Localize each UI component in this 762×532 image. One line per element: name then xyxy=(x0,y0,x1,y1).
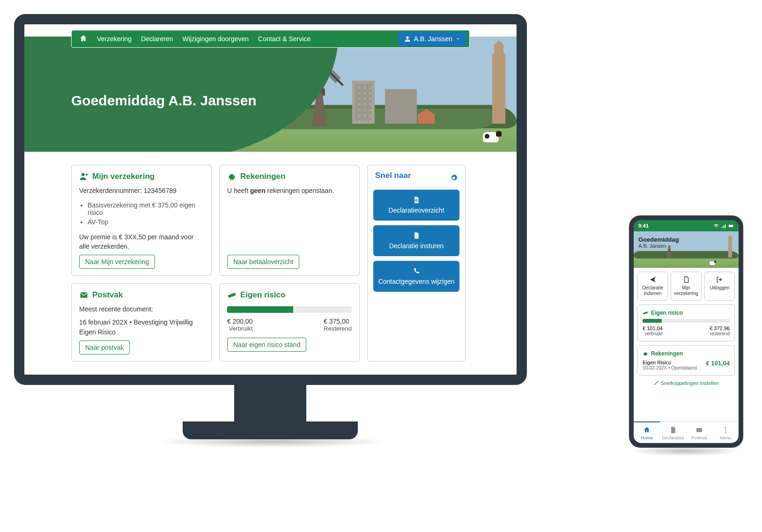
svg-rect-10 xyxy=(733,226,733,227)
verbruikt-label: Verbruikt xyxy=(227,325,253,332)
tab-menu[interactable]: Menu xyxy=(712,421,739,443)
postvak-button[interactable]: Naar postvak xyxy=(79,340,130,355)
logout-icon xyxy=(716,276,723,283)
tab-home[interactable]: Home xyxy=(634,421,660,443)
band-aid-icon xyxy=(227,290,237,300)
risico-progress-fill xyxy=(227,306,293,313)
svg-point-0 xyxy=(406,37,408,39)
premium-text: Uw premie is € 3XX,50 per maand voor all… xyxy=(79,232,204,251)
mobile-rest-lbl: resterend xyxy=(710,331,730,336)
svg-rect-13 xyxy=(644,355,645,356)
svg-point-16 xyxy=(725,427,726,429)
tab-declaraties[interactable]: Declaraties xyxy=(660,421,686,443)
mobile-rek-line2: 10-02-202X • Openstaand xyxy=(643,365,697,370)
svg-point-18 xyxy=(725,431,726,433)
card-postvak: Postvak Meest recente document: 16 febru… xyxy=(71,283,212,362)
send-icon xyxy=(649,276,657,283)
nav-item-contact[interactable]: Contact & Service xyxy=(253,31,315,46)
chevron-down-icon xyxy=(455,36,461,42)
card-eigen-risico: Eigen risico € 200,00 Verbruikt € 375,00… xyxy=(219,283,360,362)
svg-rect-8 xyxy=(228,293,236,298)
svg-rect-14 xyxy=(646,355,647,356)
mobile-card-risico: Eigen risico € 101,04 verbruikt € 372,96… xyxy=(637,304,735,341)
risico-progress xyxy=(227,306,352,313)
bullet-avtop: AV-Top xyxy=(88,218,204,226)
snel-btn-contactgegevens[interactable]: Contactgegevens wijzigen xyxy=(373,261,459,292)
mobile-risico-progress xyxy=(643,319,730,323)
mobile-tab-bar: Home Declaraties Postvak Menu xyxy=(634,421,739,443)
rekeningen-button[interactable]: Naar betaaloverzicht xyxy=(227,255,299,269)
card-verzekering: Mijn verzekering Verzekerdennummer: 1234… xyxy=(71,165,212,276)
signal-icon xyxy=(721,223,726,229)
mobile-greeting: Goedemiddag xyxy=(638,236,679,243)
nav-home[interactable] xyxy=(74,30,92,48)
bullet-basis: Basisverzekering met € 375,00 eigen risi… xyxy=(88,201,204,216)
envelope-icon xyxy=(79,290,89,300)
dashboard-grid: Mijn verzekering Verzekerdennummer: 1234… xyxy=(24,152,517,375)
mobile-phone: 9:41 Goedemiddag A.B. Jansen xyxy=(629,215,743,448)
svg-point-1 xyxy=(81,173,85,177)
snel-btn-declaratie-insturen[interactable]: Declaratie insturen xyxy=(373,225,459,256)
tile-declaratie-indienen[interactable]: Declaratie indienen xyxy=(637,272,668,301)
hero-banner: Goedemiddag A.B. Janssen xyxy=(24,37,517,152)
home-icon xyxy=(79,34,88,43)
svg-rect-4 xyxy=(232,179,234,180)
snel-title: Snel naar xyxy=(375,171,411,180)
envelope-icon xyxy=(695,426,703,434)
top-nav: Verzekering Declareren Wijzigingen doorg… xyxy=(71,30,470,48)
verzekering-button[interactable]: Naar Mijn verzekering xyxy=(79,255,155,269)
verbruikt-value: € 200,00 xyxy=(227,318,253,325)
gear-icon[interactable] xyxy=(450,174,458,182)
card-risico-title: Eigen risico xyxy=(227,290,352,300)
mobile-rest-val: € 372,96 xyxy=(710,325,730,331)
svg-rect-11 xyxy=(643,311,648,315)
nav-item-wijzigingen[interactable]: Wijzigingen doorgeven xyxy=(178,31,253,46)
card-rekeningen: Rekeningen U heeft geen rekeningen opens… xyxy=(219,165,360,276)
snel-btn-declaratieoverzicht[interactable]: Declaratieoverzicht xyxy=(373,190,459,221)
nav-item-declareren[interactable]: Declareren xyxy=(136,31,178,46)
card-postvak-title: Postvak xyxy=(79,290,204,300)
card-verzekering-title: Mijn verzekering xyxy=(79,172,204,181)
postvak-doc: 16 februari 202X • Bevestiging Vrijwilli… xyxy=(79,318,204,337)
mobile-hero: Goedemiddag A.B. Jansen xyxy=(634,231,739,268)
home-icon xyxy=(643,426,651,434)
mobile-verbruikt-val: € 101,04 xyxy=(643,325,663,331)
resterend-label: Resterend xyxy=(324,325,352,332)
svg-rect-7 xyxy=(81,292,88,298)
mobile-quick-tiles: Declaratie indienen Mijn verzekering Uit… xyxy=(634,268,739,301)
svg-point-5 xyxy=(233,176,234,177)
svg-rect-9 xyxy=(729,225,733,227)
user-plus-icon xyxy=(79,172,89,181)
mobile-card-rekeningen: Rekeningen Eigen Risico 10-02-202X • Ope… xyxy=(637,345,735,376)
band-aid-icon xyxy=(643,310,648,316)
insurance-bullets: Basisverzekering met € 375,00 eigen risi… xyxy=(88,201,204,228)
mobile-rek-line1: Eigen Risico xyxy=(643,360,697,365)
snelkoppelingen-link[interactable]: Snelkoppelingen instellen xyxy=(634,376,739,389)
insured-number: Verzekerdennummer: 123456789 xyxy=(79,186,204,195)
card-snel-naar: Snel naar Declaratieoverzicht Declaratie… xyxy=(367,165,466,362)
svg-point-2 xyxy=(229,175,235,179)
tab-postvak[interactable]: Postvak xyxy=(686,421,712,443)
greeting-heading: Goedemiddag A.B. Janssen xyxy=(71,93,257,109)
mobile-rekeningen-title: Rekeningen xyxy=(643,350,730,357)
tile-uitloggen[interactable]: Uitloggen xyxy=(704,272,735,301)
user-icon xyxy=(404,35,411,43)
mobile-risico-title: Eigen risico xyxy=(643,310,730,316)
postvak-sub: Meest recente document: xyxy=(79,304,204,314)
wifi-icon xyxy=(713,223,719,229)
desktop-monitor: Verzekering Declareren Wijzigingen doorg… xyxy=(14,14,527,385)
user-menu[interactable]: A.B. Janssen xyxy=(398,31,467,46)
nav-item-verzekering[interactable]: Verzekering xyxy=(92,31,136,46)
piggybank-icon xyxy=(227,172,237,181)
status-bar: 9:41 xyxy=(634,220,739,231)
card-rekeningen-title: Rekeningen xyxy=(227,172,352,181)
risico-button[interactable]: Naar eigen risico stand xyxy=(227,338,306,352)
tile-mijn-verzekering[interactable]: Mijn verzekering xyxy=(671,272,701,301)
mobile-user-name: A.B. Jansen xyxy=(638,243,679,249)
mobile-verbruikt-lbl: verbruikt xyxy=(643,331,663,336)
risico-values: € 200,00 Verbruikt € 375,00 Resterend xyxy=(227,318,352,332)
battery-icon xyxy=(728,223,734,229)
mobile-rek-amount: € 101,04 xyxy=(706,360,730,367)
user-name: A.B. Janssen xyxy=(414,35,453,43)
mobile-risico-fill xyxy=(643,319,662,323)
